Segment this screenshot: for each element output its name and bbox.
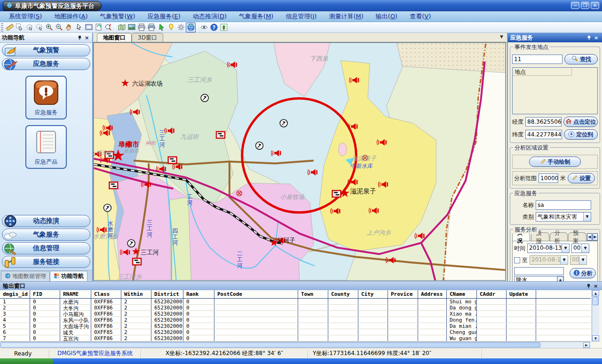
column-header[interactable]: District (151, 290, 183, 298)
list-item[interactable]: 降水 (515, 277, 563, 281)
flag-marker-icon[interactable] (133, 258, 141, 265)
monitor-station-icon[interactable] (103, 204, 111, 212)
service-type-select[interactable]: 气象和洪水灾害 ▼ (536, 212, 591, 222)
tab-scroll-right-icon[interactable]: ▶ (593, 233, 598, 241)
latitude-input[interactable]: 44.22778446 (525, 130, 562, 139)
table-vertical-scrollbar[interactable]: ▲ ▼ (592, 290, 599, 341)
analysis-range-input[interactable]: 10000 (539, 174, 558, 183)
menu-item-V[interactable]: 查看(V) (404, 11, 437, 22)
star-marker-icon[interactable]: ★ (340, 186, 350, 200)
pin-icon[interactable] (585, 283, 592, 290)
menu-item-A[interactable]: 地图操作(A) (48, 11, 94, 22)
column-header[interactable]: PostCode (214, 290, 298, 298)
to-checkbox[interactable] (514, 257, 520, 263)
table-row[interactable]: 60城关0XFF8526523020000Cheng guan (0, 329, 591, 335)
zoom-scale-icon[interactable] (103, 23, 113, 32)
emergency-service-button[interactable]: 应急服务 (25, 76, 67, 119)
hour-to-select[interactable]: 00▼ (570, 255, 587, 265)
column-header[interactable]: Address (418, 290, 447, 298)
analysis-item-preview[interactable] (514, 267, 564, 275)
scroll-down-icon[interactable]: ▼ (592, 335, 599, 341)
column-header[interactable]: Town (298, 290, 328, 298)
column-header[interactable]: FID (30, 290, 60, 298)
zoom-out-icon[interactable] (54, 23, 64, 32)
service-name-input[interactable]: sa (536, 200, 591, 210)
monitor-station-icon[interactable] (280, 119, 287, 127)
start-button-fragment[interactable] (0, 358, 53, 364)
table-row[interactable]: 50大面场子沟0XFF8626523020000Da mian ... (0, 323, 591, 329)
scroll-up-icon[interactable]: ▲ (557, 277, 563, 281)
close-icon[interactable]: × (83, 34, 90, 41)
table-row[interactable]: 70五宫沟0XFF8626523020000Wu guan gou (0, 335, 591, 341)
table-row[interactable]: 20大冬沟0XFF8626523020000Da dong gou (0, 305, 591, 311)
emergency-product-button[interactable]: 应急产品 (25, 125, 67, 169)
menu-item-W[interactable]: 气象预警(W) (94, 11, 141, 22)
export-image-icon[interactable] (127, 23, 136, 32)
poi-pin-icon[interactable] (166, 23, 176, 32)
column-header[interactable]: CName (447, 290, 477, 298)
select-poly-icon[interactable] (24, 23, 34, 32)
flag-marker-icon[interactable] (216, 132, 225, 138)
sidebar-item-top-1[interactable]: 应急服务 (2, 58, 90, 70)
event-keyword-input[interactable]: 11 (512, 55, 562, 64)
select-lasso-icon[interactable] (34, 23, 44, 32)
close-icon[interactable]: × (593, 34, 600, 41)
map-canvas[interactable]: ★★★★★ 六运湖农场三工河乡下西泉九运街阜康市城关镇阜康市神岗滋泥泉子中新水库… (93, 42, 506, 281)
map-tab-dropdown-icon[interactable]: ▼ (500, 34, 503, 39)
pin-icon[interactable] (586, 34, 593, 41)
column-header[interactable]: CAddr (477, 290, 507, 298)
globe-active-icon[interactable] (186, 23, 196, 32)
column-header[interactable]: Rank (183, 290, 214, 298)
monitor-station-icon[interactable] (201, 94, 208, 102)
table-row[interactable]: 10水磨沟0XFF8626523020000Shui mo gou (0, 299, 591, 305)
nav-tab-0[interactable]: 地图数据管理 (1, 271, 50, 281)
restore-button[interactable]: ❐ (581, 2, 589, 9)
nav-tab-1[interactable]: 功能导航 (50, 271, 87, 281)
table-horizontal-scrollbar[interactable]: ▶ (0, 341, 591, 348)
analysis-tab-3[interactable]: 预案 (568, 232, 586, 241)
menu-item-S[interactable]: 系统管理(S) (3, 11, 48, 22)
chevron-down-icon[interactable]: ▼ (581, 244, 589, 253)
map-tab-0[interactable]: 地图窗口 (97, 33, 132, 42)
column-header[interactable]: Class (91, 290, 121, 298)
select-rect-icon[interactable] (15, 23, 24, 32)
layers-icon[interactable] (117, 23, 127, 32)
scene-icon[interactable] (219, 23, 229, 32)
star-marker-icon[interactable]: ★ (131, 245, 141, 257)
sidebar-item-top-0[interactable]: 气象预警 (2, 44, 90, 56)
location-list-header[interactable]: 地点 (513, 68, 572, 76)
click-locate-button[interactable]: 点击定位 (563, 117, 598, 127)
menu-item-M[interactable]: 气象服务(M) (233, 11, 279, 22)
close-icon[interactable]: × (592, 283, 599, 290)
os-taskbar[interactable] (0, 358, 602, 364)
close-button[interactable]: ✕ (591, 2, 599, 9)
tab-scroll-left-icon[interactable]: ◀ (587, 233, 592, 241)
sidebar-item-bottom-0[interactable]: 动态推演 (2, 215, 90, 227)
sidebar-item-bottom-1[interactable]: 气象服务 (2, 229, 90, 241)
column-header[interactable]: RNAME (60, 290, 91, 298)
column-header[interactable]: City (358, 290, 388, 298)
print-preview-icon[interactable] (146, 23, 156, 32)
pick-green-icon[interactable] (156, 23, 166, 32)
map-tab-1[interactable]: 3D窗口 (132, 33, 163, 42)
set-range-button[interactable]: 设置 (568, 173, 595, 183)
longitude-input[interactable]: 88.36255063 (525, 117, 562, 127)
analyze-button[interactable]: 分析 (570, 268, 596, 278)
scroll-right-icon[interactable]: ▶ (583, 342, 590, 348)
full-extent-icon[interactable] (84, 23, 94, 32)
menu-item-D[interactable]: 动态推演(D) (187, 11, 233, 22)
print-icon[interactable] (136, 23, 146, 32)
eye-icon[interactable] (199, 23, 209, 32)
minimize-button[interactable]: ─ (571, 2, 579, 9)
refresh-icon[interactable] (94, 23, 103, 32)
sidebar-item-bottom-2[interactable]: 信息管理 (2, 242, 90, 254)
toolbar-grip[interactable] (1, 23, 3, 32)
locate-to-button[interactable]: 定位到 (564, 129, 598, 140)
search-button[interactable]: 查找 (564, 54, 598, 64)
help-icon[interactable]: ? (209, 23, 219, 32)
table-row[interactable]: 40东风一小队0XFF8626523020000Dong fen... (0, 317, 591, 323)
column-header[interactable]: Within (121, 290, 151, 298)
pointer-icon[interactable] (74, 23, 84, 32)
star-marker-icon[interactable]: ★ (120, 77, 130, 89)
chevron-down-icon[interactable]: ▼ (583, 213, 591, 221)
